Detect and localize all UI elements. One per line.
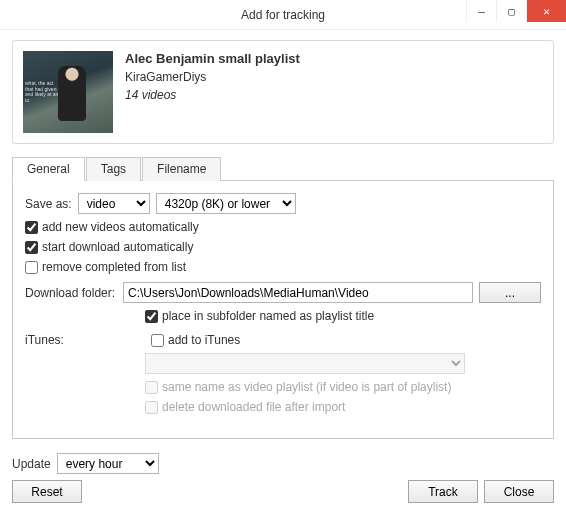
add-itunes-checkbox-input[interactable]: [151, 334, 164, 347]
maximize-button[interactable]: ▢: [496, 0, 526, 22]
same-name-label: same name as video playlist (if video is…: [162, 380, 451, 394]
add-itunes-label: add to iTunes: [168, 333, 240, 347]
track-button[interactable]: Track: [408, 480, 478, 503]
add-new-label: add new videos automatically: [42, 220, 199, 234]
save-as-label: Save as:: [25, 197, 72, 211]
add-new-checkbox[interactable]: add new videos automatically: [25, 220, 199, 234]
quality-select[interactable]: 4320p (8K) or lower: [156, 193, 296, 214]
update-label: Update: [12, 457, 51, 471]
tab-panel-general: Save as: video 4320p (8K) or lower add n…: [12, 180, 554, 439]
tab-row: General Tags Filename: [12, 156, 554, 180]
tab-tags[interactable]: Tags: [86, 157, 141, 181]
download-folder-input[interactable]: [123, 282, 473, 303]
remove-completed-checkbox[interactable]: remove completed from list: [25, 260, 186, 274]
delete-after-checkbox-input: [145, 401, 158, 414]
place-subfolder-checkbox-input[interactable]: [145, 310, 158, 323]
reset-button[interactable]: Reset: [12, 480, 82, 503]
thumbnail-caption: what, the act that had given and likely …: [25, 81, 59, 103]
update-interval-select[interactable]: every hour: [57, 453, 159, 474]
same-name-checkbox-input: [145, 381, 158, 394]
place-subfolder-label: place in subfolder named as playlist tit…: [162, 309, 374, 323]
tab-general[interactable]: General: [12, 157, 85, 181]
browse-button[interactable]: ...: [479, 282, 541, 303]
remove-completed-label: remove completed from list: [42, 260, 186, 274]
window-controls: — ▢ ✕: [466, 0, 566, 22]
add-new-checkbox-input[interactable]: [25, 221, 38, 234]
download-folder-label: Download folder:: [25, 286, 117, 300]
itunes-label: iTunes:: [25, 333, 117, 347]
delete-after-checkbox: delete downloaded file after import: [145, 400, 345, 414]
video-count: 14 videos: [125, 88, 300, 102]
channel-name: KiraGamerDiys: [125, 70, 300, 84]
start-download-checkbox-input[interactable]: [25, 241, 38, 254]
delete-after-label: delete downloaded file after import: [162, 400, 345, 414]
start-download-label: start download automatically: [42, 240, 193, 254]
same-name-checkbox: same name as video playlist (if video is…: [145, 380, 451, 394]
playlist-header-panel: what, the act that had given and likely …: [12, 40, 554, 144]
add-itunes-checkbox[interactable]: add to iTunes: [151, 333, 240, 347]
titlebar: Add for tracking — ▢ ✕: [0, 0, 566, 30]
place-subfolder-checkbox[interactable]: place in subfolder named as playlist tit…: [145, 309, 374, 323]
window-title: Add for tracking: [241, 8, 325, 22]
remove-completed-checkbox-input[interactable]: [25, 261, 38, 274]
minimize-button[interactable]: —: [466, 0, 496, 22]
format-select[interactable]: video: [78, 193, 150, 214]
close-window-button[interactable]: ✕: [526, 0, 566, 22]
playlist-info: Alec Benjamin small playlist KiraGamerDi…: [125, 51, 300, 133]
start-download-checkbox[interactable]: start download automatically: [25, 240, 193, 254]
close-button[interactable]: Close: [484, 480, 554, 503]
itunes-playlist-select: [145, 353, 465, 374]
tab-filename[interactable]: Filename: [142, 157, 221, 181]
playlist-title: Alec Benjamin small playlist: [125, 51, 300, 66]
playlist-thumbnail: what, the act that had given and likely …: [23, 51, 113, 133]
